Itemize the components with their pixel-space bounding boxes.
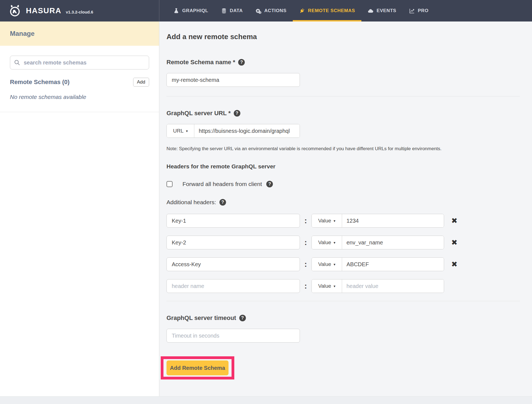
help-icon[interactable]: ? <box>266 181 273 187</box>
chevron-down-icon: ▾ <box>334 284 335 288</box>
value-type-dropdown[interactable]: Value ▾ <box>312 258 342 271</box>
nav-item-data[interactable]: DATA <box>215 0 249 21</box>
header-value-input[interactable] <box>342 279 444 293</box>
remove-header-icon[interactable]: ✖ <box>451 261 458 268</box>
header-row: : Value ▾ ✖ <box>166 279 520 293</box>
headers-section-title: Headers for the remote GraphQL server <box>166 163 520 170</box>
header-value-group: Value ▾ <box>311 214 444 228</box>
divider <box>166 301 520 301</box>
key-value-separator: : <box>300 282 311 290</box>
chevron-down-icon: ▾ <box>186 129 188 133</box>
help-icon[interactable]: ? <box>239 315 246 321</box>
forward-headers-label: Forward all headers from client <box>182 181 262 187</box>
remote-schemas-panel: Remote Schemas (0) Add No remote schemas… <box>0 46 159 112</box>
header-value-input[interactable] <box>342 258 444 271</box>
search-input[interactable] <box>23 59 145 66</box>
server-url-input[interactable] <box>194 124 300 138</box>
remove-header-icon[interactable]: ✖ <box>451 239 458 246</box>
nav-item-label: ACTIONS <box>264 8 287 14</box>
additional-headers-label: Additional headers: <box>166 199 216 206</box>
url-type-dropdown[interactable]: URL ▾ <box>167 124 194 138</box>
brand-version: v1.3.2-cloud.6 <box>66 10 93 14</box>
search-icon <box>14 60 20 66</box>
plug-icon <box>299 8 305 14</box>
server-url-group: URL ▾ <box>166 124 300 138</box>
url-note: Note: Specifying the server URL via an e… <box>166 146 520 152</box>
header-row: : Value ▾ ✖ <box>166 214 520 228</box>
header-value-group: Value ▾ <box>311 236 444 249</box>
highlight-annotation-box: Add Remote Schema <box>161 356 234 379</box>
server-timeout-label: GraphQL server timeout ? <box>166 314 520 322</box>
graphql-server-url-label: GraphQL server URL * ? <box>166 110 520 117</box>
remote-schema-name-input[interactable] <box>166 73 300 87</box>
page-title: Add a new remote schema <box>166 33 520 41</box>
nav-item-pro[interactable]: PRO <box>403 0 435 21</box>
hasura-logo-icon <box>8 4 22 17</box>
remove-header-icon[interactable]: ✖ <box>451 217 458 225</box>
chevron-down-icon: ▾ <box>334 262 335 266</box>
sidebar-section-manage[interactable]: Manage <box>0 21 159 46</box>
gears-icon <box>256 8 261 14</box>
top-nav: GRAPHIQLDATAACTIONSREMOTE SCHEMASEVENTSP… <box>159 0 435 21</box>
empty-schemas-message: No remote schemas available <box>10 94 149 100</box>
header-key-input[interactable] <box>166 279 300 293</box>
remote-schema-name-label: Remote Schema name * ? <box>166 59 520 66</box>
header-key-input[interactable] <box>166 257 300 271</box>
help-icon[interactable]: ? <box>219 199 226 206</box>
value-type-dropdown[interactable]: Value ▾ <box>312 236 342 249</box>
chevron-down-icon: ▾ <box>334 241 335 245</box>
header-value-group: Value ▾ <box>311 279 444 293</box>
nav-item-events[interactable]: EVENTS <box>361 0 403 21</box>
sidebar: Manage Remote Schemas (0) Add No remote … <box>0 21 159 396</box>
brand-name: HASURA <box>26 6 61 15</box>
value-type-dropdown[interactable]: Value ▾ <box>312 279 342 293</box>
header-row: : Value ▾ ✖ <box>166 236 520 249</box>
nav-item-actions[interactable]: ACTIONS <box>249 0 293 21</box>
nav-item-label: REMOTE SCHEMAS <box>308 8 355 14</box>
value-type-dropdown[interactable]: Value ▾ <box>312 214 342 227</box>
nav-item-label: EVENTS <box>377 8 396 14</box>
help-icon[interactable]: ? <box>234 110 240 117</box>
header-value-group: Value ▾ <box>311 257 444 271</box>
additional-headers-list: : Value ▾ ✖ : Value ▾ ✖ : Value ▾ <box>166 214 520 293</box>
nav-item-label: DATA <box>230 8 243 14</box>
add-remote-schema-button[interactable]: Add Remote Schema <box>166 360 229 375</box>
page-bottom-strip <box>0 396 532 404</box>
cloud-icon <box>368 8 374 14</box>
app-header: HASURA v1.3.2-cloud.6 GRAPHIQLDATAACTION… <box>0 0 532 21</box>
key-value-separator: : <box>300 260 311 269</box>
nav-item-remote-schemas[interactable]: REMOTE SCHEMAS <box>293 0 361 21</box>
main-content: Add a new remote schema Remote Schema na… <box>159 21 532 396</box>
remote-schemas-count-title: Remote Schemas (0) <box>10 79 69 86</box>
add-schema-sidebar-button[interactable]: Add <box>133 78 149 87</box>
flask-icon <box>173 8 179 14</box>
brand: HASURA v1.3.2-cloud.6 <box>0 0 159 21</box>
key-value-separator: : <box>300 238 311 247</box>
help-icon[interactable]: ? <box>238 59 245 66</box>
server-timeout-input[interactable] <box>166 329 300 343</box>
divider <box>166 96 520 96</box>
chevron-down-icon: ▾ <box>334 219 335 223</box>
header-value-input[interactable] <box>342 236 444 249</box>
nav-item-label: GRAPHIQL <box>182 8 208 14</box>
header-value-input[interactable] <box>342 214 444 227</box>
forward-headers-checkbox[interactable] <box>166 181 173 187</box>
nav-item-label: PRO <box>418 8 429 14</box>
database-icon <box>221 8 227 14</box>
nav-item-graphiql[interactable]: GRAPHIQL <box>167 0 215 21</box>
manage-label: Manage <box>10 30 34 37</box>
search-box <box>10 56 149 69</box>
header-row: : Value ▾ ✖ <box>166 257 520 271</box>
header-key-input[interactable] <box>166 214 300 228</box>
chart-icon <box>409 8 415 14</box>
header-key-input[interactable] <box>166 236 300 249</box>
key-value-separator: : <box>300 216 311 225</box>
